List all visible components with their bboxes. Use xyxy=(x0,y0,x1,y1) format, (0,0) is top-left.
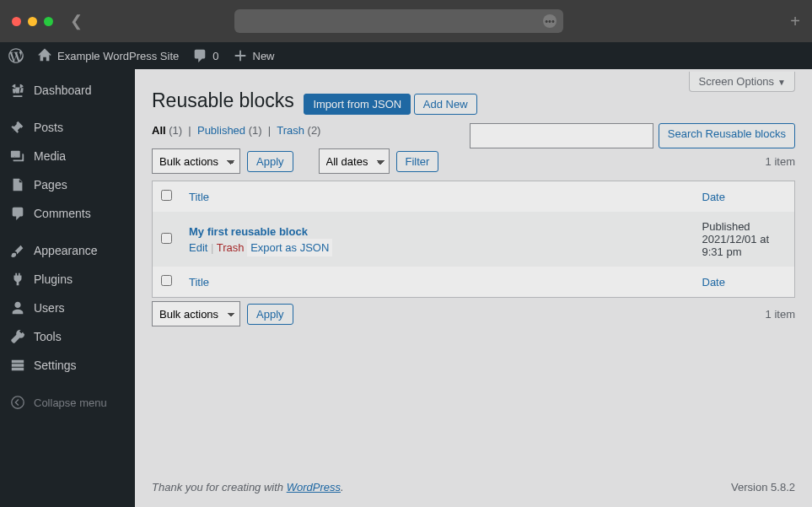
footer-thanks-text: Thank you for creating with xyxy=(152,481,287,494)
add-new-button[interactable]: Add New xyxy=(414,94,477,115)
sidebar-item-label: Tools xyxy=(34,330,62,343)
sidebar-item-label: Plugins xyxy=(34,272,73,286)
sidebar-item-label: Media xyxy=(34,149,66,163)
close-window-dot[interactable] xyxy=(12,17,21,26)
collapse-menu-button[interactable]: Collapse menu xyxy=(0,388,135,417)
page-icon xyxy=(10,177,25,192)
sidebar-item-tools[interactable]: Tools xyxy=(0,322,135,351)
items-count-top: 1 item xyxy=(766,155,795,168)
new-tab-icon[interactable]: + xyxy=(790,12,800,31)
sidebar-item-comments[interactable]: Comments xyxy=(0,199,135,228)
wp-logo-menu[interactable] xyxy=(8,48,24,63)
import-json-button[interactable]: Import from JSON xyxy=(304,94,411,115)
column-date-header[interactable]: Date xyxy=(702,191,725,203)
view-all-link[interactable]: All (1) xyxy=(152,124,182,137)
column-title-footer[interactable]: Title xyxy=(189,276,209,289)
table-row: My first reusable block Edit | Trash Exp… xyxy=(153,212,795,267)
select-all-checkbox-top[interactable] xyxy=(161,190,172,201)
row-checkbox[interactable] xyxy=(161,233,172,244)
comments-count-label: 0 xyxy=(212,50,218,62)
svg-point-0 xyxy=(12,396,24,408)
row-action-export-json[interactable]: Export as JSON xyxy=(247,239,332,256)
sidebar-item-settings[interactable]: Settings xyxy=(0,351,135,380)
url-more-icon[interactable]: ••• xyxy=(543,14,557,28)
sidebar-item-label: Pages xyxy=(34,178,67,191)
sidebar-item-label: Appearance xyxy=(34,244,98,257)
bulk-actions-select-top[interactable]: Bulk actions xyxy=(152,148,240,174)
bulk-actions-select-bottom[interactable]: Bulk actions xyxy=(152,301,240,326)
media-icon xyxy=(10,148,25,164)
fullscreen-window-dot[interactable] xyxy=(44,17,53,26)
search-box: Search Reusable blocks xyxy=(470,123,795,148)
screen-options-button[interactable]: Screen Options▼ xyxy=(689,72,795,92)
sliders-icon xyxy=(10,358,25,373)
sidebar-item-label: Users xyxy=(34,301,65,315)
column-title-header[interactable]: Title xyxy=(189,191,209,203)
select-all-checkbox-bottom[interactable] xyxy=(161,275,172,286)
site-name-menu[interactable]: Example WordPress Site xyxy=(37,48,179,63)
sidebar-item-label: Dashboard xyxy=(34,84,92,97)
sidebar-item-media[interactable]: Media xyxy=(0,142,135,170)
sidebar-item-label: Posts xyxy=(34,121,63,134)
row-actions: Edit | Trash Export as JSON xyxy=(189,241,686,254)
plus-icon xyxy=(233,48,248,63)
view-trash-link[interactable]: Trash xyxy=(277,124,304,137)
comment-icon xyxy=(10,206,25,221)
row-date: Published 2021/12/01 at 9:31 pm xyxy=(694,212,795,267)
site-title-label: Example WordPress Site xyxy=(57,50,179,62)
dashboard-icon xyxy=(10,83,25,98)
comments-menu[interactable]: 0 xyxy=(192,48,218,63)
sidebar-item-pages[interactable]: Pages xyxy=(0,170,135,199)
list-table: Title Date My first reusable block Edit … xyxy=(152,181,795,298)
tablenav-bottom: Bulk actions Apply 1 item xyxy=(152,301,795,326)
pin-icon xyxy=(10,120,25,135)
new-content-menu[interactable]: New xyxy=(233,48,275,63)
wrench-icon xyxy=(10,329,25,344)
page-title: Reusable blocks xyxy=(152,89,294,112)
sidebar-item-plugins[interactable]: Plugins xyxy=(0,265,135,294)
admin-sidebar: Dashboard Posts Media Pages Comments App… xyxy=(0,69,135,507)
collapse-icon xyxy=(10,395,25,410)
filter-button[interactable]: Filter xyxy=(396,151,439,172)
comment-icon xyxy=(192,48,207,63)
items-count-bottom: 1 item xyxy=(766,308,795,321)
minimize-window-dot[interactable] xyxy=(28,17,37,26)
search-input[interactable] xyxy=(470,123,653,148)
admin-footer: Thank you for creating with WordPress. V… xyxy=(152,467,795,507)
main-content: Screen Options▼ Reusable blocks Import f… xyxy=(135,69,812,507)
sidebar-item-posts[interactable]: Posts xyxy=(0,113,135,142)
back-arrow-icon[interactable]: ❮ xyxy=(70,12,83,30)
row-action-trash[interactable]: Trash xyxy=(217,241,245,254)
footer-version: Version 5.8.2 xyxy=(731,481,795,494)
window-traffic-lights xyxy=(12,17,53,26)
plug-icon xyxy=(10,272,25,287)
footer-wordpress-link[interactable]: WordPress xyxy=(287,481,341,494)
tablenav-top: Bulk actions Apply All dates Filter 1 it… xyxy=(152,148,795,174)
home-icon xyxy=(37,48,52,63)
apply-button-bottom[interactable]: Apply xyxy=(247,304,293,325)
user-icon xyxy=(10,300,25,316)
apply-button-top[interactable]: Apply xyxy=(247,151,293,172)
search-button[interactable]: Search Reusable blocks xyxy=(659,123,795,148)
sidebar-item-appearance[interactable]: Appearance xyxy=(0,236,135,265)
date-filter-select[interactable]: All dates xyxy=(319,148,390,174)
collapse-menu-label: Collapse menu xyxy=(34,396,107,409)
sidebar-item-dashboard[interactable]: Dashboard xyxy=(0,76,135,105)
url-bar[interactable]: ••• xyxy=(234,9,563,33)
new-label: New xyxy=(253,50,275,62)
column-date-footer[interactable]: Date xyxy=(702,276,725,289)
sidebar-item-label: Comments xyxy=(34,207,91,220)
row-title-link[interactable]: My first reusable block xyxy=(189,225,308,238)
browser-chrome: ❮ ••• + xyxy=(0,0,812,42)
sidebar-item-users[interactable]: Users xyxy=(0,294,135,322)
brush-icon xyxy=(10,243,25,258)
row-action-edit[interactable]: Edit xyxy=(189,241,207,254)
wp-admin-bar: Example WordPress Site 0 New xyxy=(0,42,812,69)
chevron-down-icon: ▼ xyxy=(777,78,786,87)
screen-options-label: Screen Options xyxy=(698,75,774,88)
wordpress-logo-icon xyxy=(8,48,24,63)
sidebar-item-label: Settings xyxy=(34,359,77,372)
view-published-link[interactable]: Published xyxy=(197,124,245,137)
